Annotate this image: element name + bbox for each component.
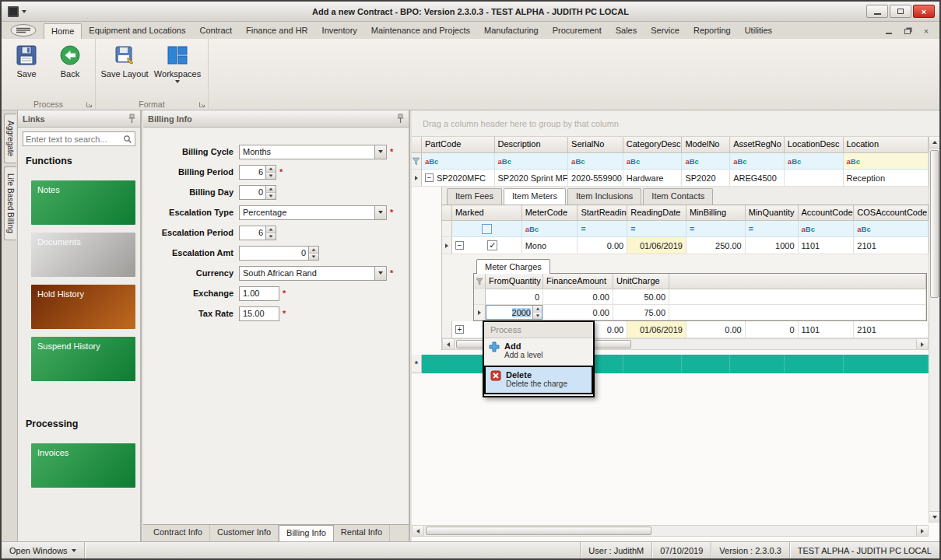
column-header-location[interactable]: Location (844, 137, 929, 153)
filter-cell-serialno[interactable]: aBc (568, 153, 623, 170)
tab-item-fees[interactable]: Item Fees (447, 188, 502, 205)
vertical-tab-aggregate[interactable]: Aggregate (4, 114, 16, 163)
mdi-minimize-button[interactable] (882, 26, 896, 37)
scrollbar-thumb[interactable] (426, 527, 651, 535)
scrollbar-thumb[interactable] (930, 150, 939, 298)
scroll-right-icon[interactable] (916, 339, 928, 349)
save-layout-button[interactable]: Save Layout (100, 42, 149, 79)
stepper-arrows-icon[interactable] (532, 306, 542, 319)
column-header-categorydesc[interactable]: CategoryDesc (623, 137, 683, 153)
scroll-left-icon[interactable] (443, 339, 455, 349)
invoices-tile[interactable]: Invoices (31, 443, 135, 488)
scroll-up-icon[interactable] (929, 137, 939, 149)
filter-cell-marked[interactable] (452, 221, 522, 237)
marked-checkbox[interactable] (487, 240, 497, 250)
filter-cell-location[interactable]: aBc (844, 153, 929, 170)
tab-item-inclusions[interactable]: Item Inclusions (567, 188, 641, 205)
fromquantity-editor[interactable]: 2000 (486, 305, 542, 320)
app-icon[interactable] (8, 6, 19, 17)
close-button[interactable]: × (913, 5, 935, 18)
ribbon-tab-procurement[interactable]: Procurement (546, 23, 609, 39)
grid-horizontal-scrollbar[interactable] (412, 525, 929, 537)
filter-cell-readingdate[interactable]: = (627, 221, 686, 237)
filter-cell-startreading[interactable]: = (578, 221, 627, 237)
column-header-assetregno[interactable]: AssetRegNo (730, 137, 785, 153)
quick-access-dropdown-icon[interactable] (22, 10, 26, 13)
chevron-down-icon[interactable] (374, 267, 386, 280)
column-header-serialno[interactable]: SerialNo (568, 137, 623, 153)
escalation-type-select[interactable]: Percentage (239, 205, 387, 220)
collapse-row-icon[interactable] (455, 241, 464, 250)
billing-day-stepper[interactable]: 0 (239, 185, 276, 200)
hold-history-tile[interactable]: Hold History (31, 285, 135, 329)
tab-item-contacts[interactable]: Item Contacts (643, 188, 713, 205)
filter-cell-metercode[interactable]: aBc (522, 221, 578, 237)
tab-meter-charges[interactable]: Meter Charges (476, 259, 550, 274)
column-header-partcode[interactable]: PartCode (422, 137, 495, 153)
tab-customer-info[interactable]: Customer Info (210, 525, 279, 541)
mdi-restore-button[interactable] (901, 26, 915, 37)
billing-cycle-select[interactable]: Months (239, 145, 387, 159)
vertical-tab-life-based-billing[interactable]: Life Based Billing (4, 166, 16, 240)
ribbon-tab-utilities[interactable]: Utilities (738, 23, 779, 39)
filter-cell-minbilling[interactable]: = (686, 221, 746, 237)
maximize-button[interactable] (890, 5, 911, 18)
stepper-arrows-icon[interactable] (308, 247, 318, 260)
grid-vertical-scrollbar[interactable] (929, 137, 939, 523)
column-header-minbilling[interactable]: MinBilling (686, 205, 746, 221)
filter-cell-partcode[interactable]: aBc (422, 153, 495, 170)
tax-rate-field[interactable]: 15.00 (239, 306, 279, 321)
open-windows-button[interactable]: Open Windows (2, 542, 84, 558)
billing-period-stepper[interactable]: 6 (239, 165, 276, 180)
table-row[interactable]: SP2020MFC SP2020 Sprint MFC 2020-559900 … (412, 170, 929, 187)
column-header-cosaccountcode[interactable]: COSAccountCode (854, 205, 929, 221)
tab-contract-info[interactable]: Contract Info (146, 525, 210, 541)
column-header-fromquantity[interactable]: FromQuantity (486, 274, 543, 289)
mdi-close-button[interactable]: × (919, 26, 933, 37)
filter-cell-locationdesc[interactable]: aBc (785, 153, 844, 170)
group-dialog-launcher-icon[interactable] (86, 101, 93, 108)
group-dialog-launcher-icon[interactable] (198, 101, 205, 108)
ribbon-tab-contract[interactable]: Contract (193, 23, 240, 39)
table-row[interactable]: 0 0.00 50.00 (474, 289, 926, 305)
scroll-right-icon[interactable] (916, 526, 928, 536)
expand-row-icon[interactable] (455, 325, 464, 334)
workspaces-button[interactable]: Workspaces (152, 42, 203, 83)
column-header-accountcode[interactable]: AccountCode (799, 205, 855, 221)
ribbon-tab-home[interactable]: Home (44, 23, 82, 39)
filter-cell-modelno[interactable]: aBc (682, 153, 730, 170)
scroll-down-icon[interactable] (929, 511, 939, 523)
column-header-startreading[interactable]: StartReading (578, 205, 627, 221)
column-header-marked[interactable]: Marked (452, 205, 522, 221)
ribbon-tab-inventory[interactable]: Inventory (315, 23, 364, 39)
minimize-button[interactable] (866, 5, 888, 18)
notes-tile[interactable]: Notes (31, 180, 135, 225)
filter-cell-assetregno[interactable]: aBc (730, 153, 785, 170)
search-icon[interactable] (123, 135, 132, 144)
filter-cell-accountcode[interactable]: aBc (799, 221, 855, 237)
column-header-financeamount[interactable]: FinanceAmount (543, 274, 613, 289)
context-menu-add[interactable]: Add Add a level (484, 338, 593, 364)
back-button[interactable]: Back (50, 42, 90, 79)
links-search-input[interactable] (26, 135, 123, 144)
column-header-description[interactable]: Description (495, 137, 569, 153)
ribbon-tab-maintenance-and-projects[interactable]: Maintenance and Projects (364, 23, 477, 39)
group-by-hint[interactable]: Drag a column header here to group by th… (412, 110, 939, 137)
scroll-left-icon[interactable] (413, 526, 424, 536)
tab-billing-info[interactable]: Billing Info (279, 525, 334, 541)
chevron-down-icon[interactable] (374, 145, 386, 159)
table-row[interactable]: Mono 0.00 01/06/2019 250.00 1000 1101 21… (442, 237, 929, 254)
ribbon-tab-service[interactable]: Service (644, 23, 686, 39)
column-header-metercode[interactable]: MeterCode (522, 205, 578, 221)
ribbon-tab-sales[interactable]: Sales (609, 23, 644, 39)
column-header-locationdesc[interactable]: LocationDesc (785, 137, 844, 153)
tab-item-meters[interactable]: Item Meters (504, 188, 566, 205)
chevron-down-icon[interactable] (374, 206, 386, 219)
ribbon-tab-finance-and-hr[interactable]: Finance and HR (239, 23, 315, 39)
save-button[interactable]: Save (6, 42, 47, 79)
stepper-arrows-icon[interactable] (265, 186, 276, 199)
documents-tile[interactable]: Documents (31, 233, 135, 277)
column-header-minquantity[interactable]: MinQuantity (746, 205, 799, 221)
suspend-history-tile[interactable]: Suspend History (31, 337, 135, 381)
currency-select[interactable]: South African Rand (239, 266, 387, 281)
